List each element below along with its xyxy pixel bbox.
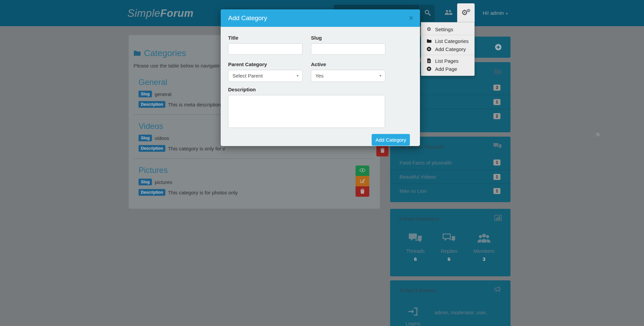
page: SimpleForum Hi! admin▾ Categories Please…	[0, 0, 644, 326]
active-select[interactable]: Yes ▾	[311, 70, 385, 82]
cogs-icon: ⚙	[467, 8, 471, 13]
file-text-icon	[426, 58, 432, 63]
modal-footer: Add Category	[221, 129, 420, 146]
add-category-submit-button[interactable]: Add Category	[372, 134, 410, 146]
menu-item-label: Settings	[435, 27, 453, 32]
menu-divider	[421, 35, 474, 35]
active-label: Active	[311, 61, 385, 67]
menu-item-add-category[interactable]: Add Category	[421, 45, 474, 53]
menu-item-list-categories[interactable]: List Categories	[421, 37, 474, 45]
parent-category-label: Parent Category	[228, 61, 303, 67]
modal-header: Add Category ×	[221, 9, 420, 27]
selected-value: Yes	[315, 73, 323, 79]
add-category-modal: Add Category × Title Slug Parent Categor…	[221, 9, 420, 146]
close-icon[interactable]: ×	[409, 14, 413, 22]
modal-body: Title Slug Parent Category Select Parent…	[221, 27, 420, 129]
title-field[interactable]	[228, 43, 303, 55]
cogs-icon: ⚙	[426, 26, 432, 32]
caret-down-icon: ▾	[297, 74, 299, 78]
title-field-label: Title	[228, 35, 303, 41]
plus-circle-icon	[426, 47, 432, 51]
slug-field-label: Slug	[311, 35, 385, 41]
settings-menu-button[interactable]: ⚙⚙	[457, 3, 475, 22]
menu-item-settings[interactable]: ⚙ Settings	[421, 25, 474, 33]
description-label: Description	[228, 87, 413, 92]
caret-down-icon: ▾	[379, 74, 381, 78]
settings-dropdown-menu: ⚙ Settings List Categories Add Category …	[421, 22, 475, 76]
selected-value: Select Parent	[232, 73, 263, 79]
menu-item-label: List Pages	[435, 58, 459, 64]
menu-item-add-page[interactable]: Add Page	[421, 65, 474, 73]
description-textarea[interactable]	[228, 95, 385, 128]
menu-divider	[421, 55, 474, 55]
modal-title: Add Category	[228, 14, 267, 22]
plus-circle-icon	[426, 66, 432, 71]
menu-item-label: Add Category	[435, 46, 466, 52]
folder-icon	[426, 39, 432, 43]
menu-item-label: List Categories	[435, 38, 469, 44]
slug-field[interactable]	[311, 43, 385, 55]
menu-item-label: Add Page	[435, 66, 457, 72]
parent-category-select[interactable]: Select Parent ▾	[228, 70, 303, 82]
menu-item-list-pages[interactable]: List Pages	[421, 57, 474, 65]
